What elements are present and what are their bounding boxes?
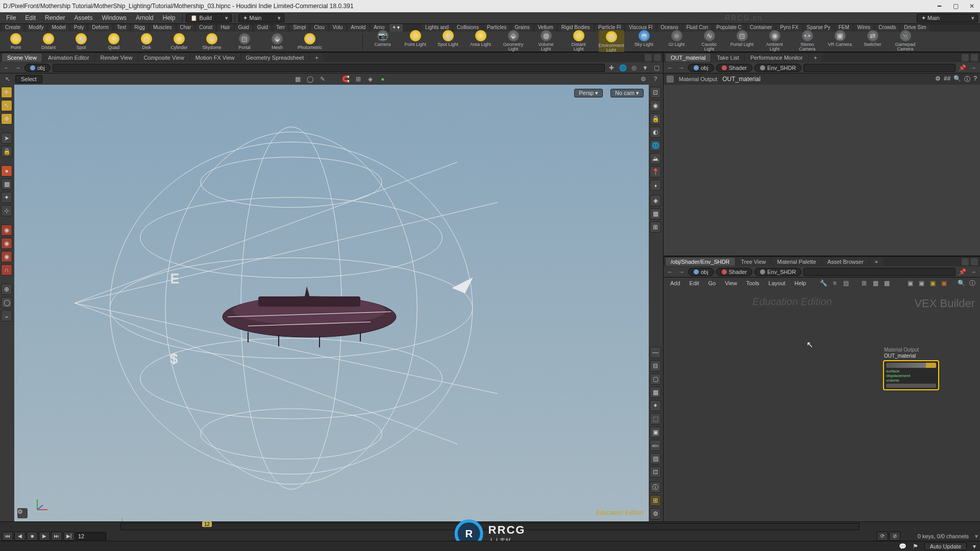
shelf-tab[interactable]: Arnold — [348, 24, 369, 32]
disp-icon[interactable]: ▣ — [650, 427, 661, 438]
network-canvas[interactable]: Education Edition VEX Builder ↖ Material… — [664, 289, 980, 521]
node-name-field[interactable]: OUT_material — [722, 76, 761, 83]
tool-btn[interactable]: ✦ — [1, 192, 12, 203]
light-tool[interactable]: ◕Spot — [68, 33, 94, 50]
tool-btn[interactable]: ◉ — [1, 251, 12, 262]
chevron-icon[interactable]: ▾ — [975, 533, 978, 540]
display-opt-icon[interactable]: ⊡ — [650, 87, 661, 98]
shelf-tab[interactable]: Terr — [273, 24, 288, 32]
lock-icon[interactable]: 🔒 — [650, 113, 661, 124]
nav-icon[interactable]: → — [969, 63, 978, 72]
pane-tab-add[interactable]: + — [870, 258, 883, 266]
fullscreen-icon[interactable] — [654, 54, 661, 61]
back-icon[interactable]: ← — [666, 267, 675, 277]
shelf-tab[interactable]: Guid — [235, 24, 252, 32]
breadcrumb[interactable]: obj — [24, 64, 51, 72]
tool-btn[interactable]: ∩ — [1, 264, 12, 276]
menu-help[interactable]: Help — [159, 13, 180, 22]
network-node[interactable]: Material OutputOUT_material surface disp… — [883, 360, 939, 390]
breadcrumb[interactable]: obj — [688, 64, 714, 72]
pane-tab-add[interactable]: + — [809, 54, 822, 62]
pin-icon[interactable] — [962, 54, 969, 61]
pane-tab[interactable]: OUT_material — [666, 54, 710, 62]
tool-btn[interactable]: ⊕ — [1, 284, 12, 295]
tool-btn[interactable]: ⌄ — [1, 310, 12, 321]
snapshot-tool[interactable]: ▦ — [1, 179, 12, 190]
light-tool[interactable]: ☀Point — [3, 33, 29, 50]
pane-tab[interactable]: Render View — [95, 54, 138, 62]
light-tool[interactable]: ☀Distant — [36, 33, 61, 50]
shelf-tab[interactable]: Model — [48, 24, 68, 32]
disp-icon[interactable]: ▤ — [650, 453, 661, 464]
lasso-icon[interactable]: ◯ — [306, 74, 315, 84]
camera-tool[interactable]: 🎮Gamepad Camera — [893, 30, 918, 54]
abc-icon[interactable]: abc — [650, 440, 661, 451]
node-flag-bar[interactable] — [886, 363, 936, 368]
color-icon[interactable]: ▣ — [928, 279, 937, 288]
shelf-tab[interactable]: Poly — [71, 24, 87, 32]
fwd-icon[interactable]: → — [13, 63, 22, 72]
next-frame-button[interactable]: ▶| — [63, 532, 75, 541]
shelf-tab[interactable]: Volu — [330, 24, 346, 32]
disp-icon[interactable]: ▢ — [650, 373, 661, 385]
nmenu-edit[interactable]: Edit — [686, 279, 703, 287]
nmenu-help[interactable]: Help — [791, 279, 810, 287]
node-port[interactable]: displacement — [886, 373, 936, 378]
select-icon[interactable]: ↖ — [3, 74, 12, 84]
search-icon[interactable]: 🔍 — [957, 279, 966, 288]
pane-tab[interactable]: Asset Browser — [822, 258, 869, 266]
shelf-tab[interactable]: Char — [177, 24, 194, 32]
stop-button[interactable]: ■ — [27, 532, 38, 541]
nmenu-tools[interactable]: Tools — [743, 279, 763, 287]
disp-icon[interactable]: ◈ — [650, 195, 661, 206]
shelf-tab[interactable]: Hair — [217, 24, 233, 32]
shelf-tab[interactable]: Simpl — [290, 24, 309, 32]
menu-assets[interactable]: Assets — [70, 13, 96, 22]
vp-option-icon[interactable]: ⚙ — [17, 508, 28, 518]
pane-tab[interactable]: Motion FX View — [190, 54, 240, 62]
shelf-tab[interactable]: Guid — [254, 24, 271, 32]
list-icon[interactable]: ▤ — [841, 279, 850, 288]
color-icon[interactable]: ▣ — [905, 279, 915, 288]
info-icon[interactable]: ⓘ — [968, 279, 977, 288]
lock-tool[interactable]: 🔒 — [1, 146, 12, 157]
menu-edit[interactable]: Edit — [21, 13, 40, 22]
light-tool[interactable]: ◍Volume Light — [533, 30, 559, 54]
path-field[interactable] — [803, 268, 955, 276]
help-icon[interactable]: ? — [651, 74, 660, 84]
light-tool[interactable]: ◉Ambient Light — [762, 30, 788, 54]
radial-menu-selector[interactable]: ✦ Main — [238, 14, 284, 22]
back-icon[interactable]: ← — [2, 63, 11, 72]
grid-icon[interactable]: ▦ — [871, 279, 880, 288]
fwd-icon[interactable]: → — [677, 267, 686, 277]
camera-tool[interactable]: 📷Camera — [370, 30, 396, 54]
pane-tab[interactable]: Geometry Spreadsheet — [241, 54, 309, 62]
pin-icon[interactable] — [645, 54, 652, 61]
pane-tab[interactable]: /obj/Shader/Env_SHDR — [666, 258, 735, 266]
new-tab-icon[interactable]: ✚ — [607, 63, 616, 72]
disp-icon[interactable]: ⊡ — [650, 466, 661, 478]
breadcrumb[interactable]: obj — [688, 268, 714, 276]
render-tool[interactable]: ● — [1, 165, 12, 177]
disp-icon[interactable]: ▦ — [650, 208, 661, 219]
path-field[interactable] — [53, 64, 605, 72]
pane-tab[interactable]: Tree View — [736, 258, 771, 266]
playhead[interactable]: 12 — [202, 521, 212, 527]
pane-tab-add[interactable]: + — [310, 54, 323, 62]
light-tool[interactable]: ∿Caustic Light — [697, 30, 722, 54]
select-tool[interactable]: ↖ — [1, 100, 12, 111]
prev-frame-button[interactable]: ◀ — [14, 532, 26, 541]
light-tool[interactable]: ◉Environment Light — [599, 30, 624, 54]
shelf-tab[interactable]: Create — [2, 24, 23, 32]
layout-icon[interactable]: ⊞ — [650, 495, 661, 506]
grid-icon[interactable]: ▩ — [882, 279, 891, 288]
gear-icon[interactable]: ⚙ — [650, 508, 661, 519]
fwd-icon[interactable]: → — [677, 63, 686, 72]
move-tool[interactable]: ✥ — [1, 113, 12, 124]
breadcrumb[interactable]: Shader — [716, 64, 752, 72]
magnet-icon[interactable]: 🧲 — [341, 74, 351, 84]
tool-btn[interactable]: ⊹ — [1, 205, 12, 216]
pin-icon[interactable]: 📌 — [958, 267, 967, 277]
path-field[interactable] — [803, 64, 955, 72]
main-path[interactable]: ✦ Main — [917, 14, 978, 22]
